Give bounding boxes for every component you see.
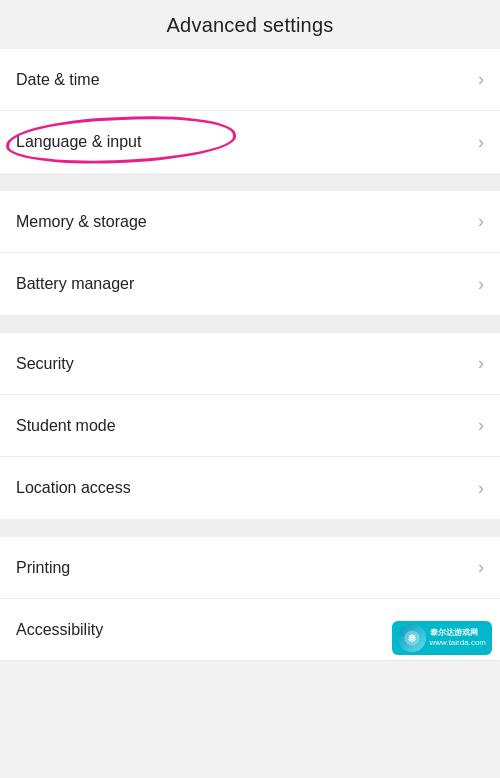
chevron-icon: › [478,353,484,374]
chevron-icon: › [478,415,484,436]
logo-icon: 泰 [403,629,421,647]
location-access-label: Location access [16,479,131,497]
watermark-logo: 泰 [398,624,426,652]
battery-manager-label: Battery manager [16,275,134,293]
date-time-label: Date & time [16,71,100,89]
section-divider-3 [0,519,500,537]
chevron-icon: › [478,274,484,295]
chevron-icon: › [478,478,484,499]
accessibility-label: Accessibility [16,621,103,639]
section-printing-accessibility: Printing › Accessibility › 泰 泰尔达游戏网 www.… [0,537,500,661]
sidebar-item-location-access[interactable]: Location access › [0,457,500,519]
security-label: Security [16,355,74,373]
watermark: 泰 泰尔达游戏网 www.tairda.com [392,621,492,655]
section-divider-1 [0,173,500,191]
sidebar-item-printing[interactable]: Printing › [0,537,500,599]
memory-storage-label: Memory & storage [16,213,147,231]
chevron-icon: › [478,557,484,578]
page-header: Advanced settings [0,0,500,49]
watermark-url: www.tairda.com [430,638,486,648]
section-memory-battery: Memory & storage › Battery manager › [0,191,500,315]
watermark-brand: 泰尔达游戏网 [430,628,486,638]
page-title: Advanced settings [167,14,334,36]
sidebar-item-date-time[interactable]: Date & time › [0,49,500,111]
watermark-text-block: 泰尔达游戏网 www.tairda.com [430,628,486,649]
language-input-label: Language & input [16,133,141,151]
chevron-icon: › [478,69,484,90]
sidebar-item-memory-storage[interactable]: Memory & storage › [0,191,500,253]
svg-text:泰: 泰 [407,634,417,643]
section-divider-2 [0,315,500,333]
student-mode-label: Student mode [16,417,116,435]
sidebar-item-battery-manager[interactable]: Battery manager › [0,253,500,315]
section-datetime-language: Date & time › Language & input › [0,49,500,173]
sidebar-item-security[interactable]: Security › [0,333,500,395]
sidebar-item-language-input[interactable]: Language & input › [0,111,500,173]
bottom-spacer [0,661,500,778]
chevron-icon: › [478,211,484,232]
chevron-icon: › [478,132,484,153]
page-wrapper: Advanced settings Date & time › Language… [0,0,500,778]
sidebar-item-student-mode[interactable]: Student mode › [0,395,500,457]
printing-label: Printing [16,559,70,577]
section-security-student-location: Security › Student mode › Location acces… [0,333,500,519]
